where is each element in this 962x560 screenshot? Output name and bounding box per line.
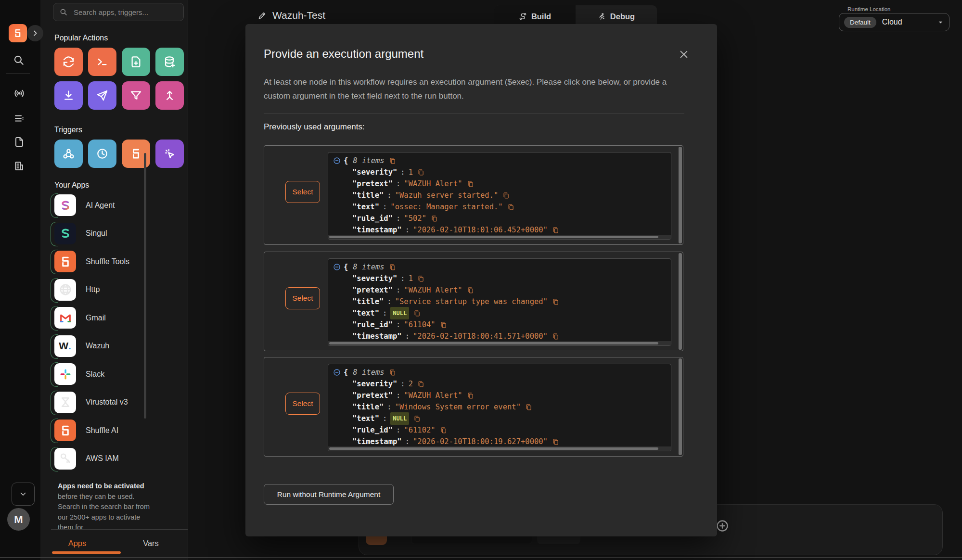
json-key: "title" bbox=[352, 401, 384, 413]
copy-icon[interactable] bbox=[389, 157, 396, 165]
copy-icon[interactable] bbox=[389, 369, 396, 376]
json-key: "timestamp" bbox=[352, 224, 402, 236]
json-colon: : bbox=[402, 331, 413, 342]
json-colon: : bbox=[393, 319, 404, 331]
app-label: Wazuh bbox=[86, 342, 109, 350]
edit-pencil-icon[interactable] bbox=[257, 11, 267, 20]
app-item-gmail[interactable]: Gmail bbox=[54, 307, 180, 329]
copy-icon[interactable] bbox=[525, 404, 532, 411]
copy-icon[interactable] bbox=[552, 298, 559, 305]
tabs-divider bbox=[51, 529, 188, 530]
organization-nav-button[interactable] bbox=[13, 160, 25, 172]
app-item-virustotal-v3[interactable]: Virustotal v3 bbox=[54, 392, 180, 413]
vertical-scrollbar[interactable] bbox=[679, 358, 682, 455]
shuffle-logo[interactable] bbox=[9, 24, 27, 42]
collapse-menu-button[interactable] bbox=[12, 483, 35, 506]
user-input-button[interactable] bbox=[155, 140, 184, 168]
files-nav-button[interactable] bbox=[13, 136, 25, 148]
collapse-icon[interactable] bbox=[333, 369, 341, 376]
copy-icon[interactable] bbox=[467, 287, 474, 294]
copy-icon[interactable] bbox=[389, 264, 396, 271]
copy-icon[interactable] bbox=[431, 215, 438, 222]
modal-title: Provide an execution argument bbox=[264, 47, 423, 61]
copy-icon[interactable] bbox=[552, 227, 559, 234]
search-nav-button[interactable] bbox=[13, 54, 25, 66]
filter-button[interactable] bbox=[122, 81, 150, 110]
app-item-http[interactable]: Http bbox=[54, 279, 180, 301]
copy-icon[interactable] bbox=[413, 415, 421, 422]
items-count: 8 items bbox=[353, 155, 384, 166]
app-item-aws-iam[interactable]: AWS IAM bbox=[54, 448, 180, 470]
items-count: 8 items bbox=[353, 367, 384, 378]
database-plus-button[interactable] bbox=[155, 48, 184, 76]
app-item-shuffle-ai[interactable]: Shuffle AI bbox=[54, 420, 180, 441]
vertical-scrollbar[interactable] bbox=[679, 253, 682, 350]
open-brace: { bbox=[344, 155, 348, 166]
app-item-shuffle-tools[interactable]: Shuffle Tools bbox=[54, 251, 180, 272]
close-icon[interactable] bbox=[679, 49, 689, 60]
app-item-ai-agent[interactable]: AI Agent bbox=[54, 194, 180, 216]
schedule-button[interactable] bbox=[88, 140, 116, 168]
json-colon: : bbox=[393, 178, 404, 190]
json-row-pretext: "pretext":"WAZUH Alert" bbox=[333, 178, 671, 190]
json-colon: : bbox=[384, 190, 395, 201]
app-search-input[interactable] bbox=[73, 8, 178, 17]
file-plus-button[interactable] bbox=[122, 48, 150, 76]
select-argument-button[interactable]: Select bbox=[285, 181, 320, 203]
copy-icon[interactable] bbox=[467, 392, 474, 399]
terminal-button[interactable] bbox=[88, 48, 116, 76]
download-button[interactable] bbox=[54, 81, 83, 110]
open-brace: { bbox=[344, 367, 348, 378]
copy-icon[interactable] bbox=[467, 180, 474, 188]
app-window: M Popular Actions Triggers Your Apps AI … bbox=[0, 0, 962, 560]
app-item-slack[interactable]: Slack bbox=[54, 363, 180, 385]
activation-note: Apps need to be activated before they ca… bbox=[58, 481, 154, 533]
triggers-nav-button[interactable] bbox=[13, 88, 25, 99]
json-colon: : bbox=[393, 284, 404, 296]
json-viewer: {8 items"severity":1"pretext":"WAZUH Ale… bbox=[328, 258, 671, 346]
runtime-location-select[interactable]: Default Cloud bbox=[839, 13, 949, 31]
copy-icon[interactable] bbox=[417, 275, 424, 282]
json-value: "Service startup type was changed" bbox=[395, 296, 548, 307]
json-row-rule_id: "rule_id":"502" bbox=[333, 213, 671, 224]
json-key: "text" bbox=[352, 307, 379, 319]
copy-icon[interactable] bbox=[552, 333, 559, 340]
copy-icon[interactable] bbox=[417, 381, 424, 388]
copy-icon[interactable] bbox=[440, 427, 447, 434]
items-count: 8 items bbox=[353, 261, 384, 273]
horizontal-scrollbar[interactable] bbox=[328, 446, 671, 451]
json-colon: : bbox=[379, 201, 390, 213]
tab-vars[interactable]: Vars bbox=[114, 533, 188, 548]
copy-icon[interactable] bbox=[502, 192, 510, 199]
run-without-argument-button[interactable]: Run without Runtime Argument bbox=[264, 484, 394, 505]
copy-icon[interactable] bbox=[440, 321, 447, 329]
merge-button[interactable] bbox=[155, 81, 184, 110]
modal-description: At least one node in this workflow requi… bbox=[264, 75, 691, 103]
copy-icon[interactable] bbox=[413, 310, 421, 317]
json-key: "severity" bbox=[352, 273, 397, 284]
copy-icon[interactable] bbox=[552, 438, 559, 445]
add-node-plus-icon[interactable] bbox=[716, 519, 729, 533]
workflows-nav-button[interactable] bbox=[13, 113, 25, 124]
select-argument-button[interactable]: Select bbox=[285, 393, 320, 415]
copy-icon[interactable] bbox=[507, 204, 514, 211]
collapse-icon[interactable] bbox=[333, 263, 341, 271]
select-argument-button[interactable]: Select bbox=[285, 287, 320, 309]
expand-sidebar-button[interactable] bbox=[27, 25, 43, 41]
json-row-timestamp: "timestamp":"2026-02-10T18:01:06.452+000… bbox=[333, 224, 671, 236]
copy-icon[interactable] bbox=[417, 169, 424, 176]
horizontal-scrollbar[interactable] bbox=[328, 235, 671, 239]
sidebar-scrollbar[interactable] bbox=[144, 153, 146, 419]
horizontal-scrollbar[interactable] bbox=[328, 341, 671, 345]
app-item-wazuh[interactable]: W.Wazuh bbox=[54, 335, 180, 357]
json-value: "2026-02-10T18:01:06.452+0000" bbox=[413, 224, 548, 236]
webhook-button[interactable] bbox=[54, 140, 83, 168]
collapse-icon[interactable] bbox=[333, 157, 341, 165]
send-button[interactable] bbox=[88, 81, 116, 110]
repeat-button[interactable] bbox=[54, 48, 83, 76]
json-colon: : bbox=[397, 273, 408, 284]
vertical-scrollbar[interactable] bbox=[679, 147, 682, 243]
app-item-singul[interactable]: Singul bbox=[54, 223, 180, 244]
user-avatar[interactable]: M bbox=[7, 508, 30, 531]
tab-apps[interactable]: Apps bbox=[40, 533, 114, 548]
